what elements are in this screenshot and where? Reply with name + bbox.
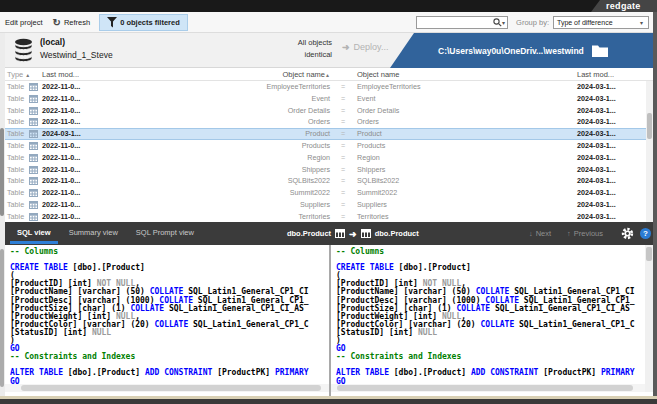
gear-icon[interactable]: [621, 227, 634, 240]
row-type-label: Table: [7, 116, 24, 128]
identical-icon: =: [332, 128, 354, 140]
table-row[interactable]: Table2022-11-0...Territories=Territories…: [5, 211, 653, 223]
help-icon[interactable]: ?: [640, 228, 651, 239]
search-icon: [493, 18, 502, 27]
source-server: (local): [40, 37, 65, 47]
identical-icon: =: [332, 164, 354, 176]
column-header-object-left[interactable]: Object name▲: [105, 68, 330, 82]
sql-left-horizontal-scrollbar-thumb[interactable]: [21, 385, 321, 391]
tab-sql-view[interactable]: SQL view: [8, 222, 60, 245]
main-toolbar: Edit project ↻ Refresh 0 objects filtere…: [0, 12, 657, 33]
row-lastmod-right: 2024-03-1...: [577, 164, 616, 176]
grid-vertical-scrollbar[interactable]: [646, 81, 653, 222]
datasource-header: (local) Westwind_1_Steve All objects ide…: [0, 33, 657, 68]
row-object-right: Suppliers: [357, 199, 387, 211]
row-object-left: Products: [105, 140, 330, 152]
row-object-left: Shippers: [105, 164, 330, 176]
row-object-left: Orders: [105, 116, 330, 128]
column-header-lastmod-left[interactable]: Last mod...: [42, 68, 79, 81]
source-database: Westwind_1_Steve: [40, 50, 113, 60]
refresh-button[interactable]: ↻ Refresh: [48, 12, 96, 32]
table-icon: [29, 154, 38, 162]
identical-icon: =: [332, 187, 354, 199]
row-lastmod-right: 2024-03-1...: [577, 211, 616, 223]
identical-icon: =: [332, 152, 354, 164]
identical-icon: =: [332, 116, 354, 128]
table-icon: [29, 95, 38, 103]
table-row[interactable]: Table2022-11-0...EmployeeTerritories=Emp…: [5, 81, 653, 93]
sql-right-horizontal-scrollbar-thumb[interactable]: [337, 385, 633, 391]
sql-right-horizontal-scrollbar[interactable]: [331, 384, 645, 392]
edit-project-button[interactable]: Edit project: [0, 12, 48, 32]
sql-code-right: -- Columns CREATE TABLE [dbo].[Product](…: [331, 245, 645, 384]
search-box[interactable]: ▾: [416, 16, 508, 29]
sql-line: ): [336, 337, 645, 345]
refresh-icon: ↻: [53, 17, 61, 28]
table-icon: [29, 213, 38, 221]
table-row[interactable]: Table2022-11-0...Summit2022=Summit202220…: [5, 187, 653, 199]
row-object-right: SQLBits2022: [357, 175, 399, 187]
row-type-label: Table: [7, 164, 24, 176]
comparison-status-line2: identical: [200, 50, 332, 59]
row-lastmod-left: 2022-11-0...: [42, 152, 80, 164]
table-row[interactable]: Table2022-11-0...Order Details=Order Det…: [5, 105, 653, 117]
search-input[interactable]: [417, 19, 493, 26]
table-row[interactable]: Table2022-11-0...SQLBits2022=SQLBits2022…: [5, 175, 653, 187]
row-object-right: Region: [357, 152, 380, 164]
row-lastmod-right: 2024-03-1...: [577, 116, 616, 128]
table-row[interactable]: Table2022-11-0...Region=Region2024-03-1.…: [5, 152, 653, 164]
row-type-label: Table: [7, 105, 24, 117]
row-object-left: Territories: [105, 211, 330, 223]
grid-header-row: Type ▲ Last mod... Object name▲ Object n…: [5, 68, 653, 81]
row-type-label: Table: [7, 93, 24, 105]
row-lastmod-left: 2022-11-0...: [42, 164, 80, 176]
left-object-label: dbo.Product: [287, 229, 331, 238]
sql-line: -- Constraints and Indexes: [336, 353, 645, 361]
row-lastmod-left: 2022-11-0...: [42, 105, 80, 117]
table-icon: [29, 107, 38, 115]
row-object-left: EmployeeTerritories: [105, 81, 330, 93]
deploy-arrow-icon: ➜: [342, 42, 350, 52]
row-lastmod-left: 2022-11-0...: [42, 93, 80, 105]
row-object-right: Shippers: [357, 164, 385, 176]
row-lastmod-right: 2024-03-1...: [577, 187, 616, 199]
group-by-dropdown[interactable]: Type of difference ▾: [553, 16, 649, 29]
column-header-object-right[interactable]: Object name: [357, 68, 400, 81]
folder-icon[interactable]: [592, 44, 608, 57]
sql-right-vertical-scrollbar[interactable]: [645, 245, 653, 392]
table-row[interactable]: Table2024-03-1...Product=Product2024-03-…: [5, 128, 653, 140]
sql-left-horizontal-scrollbar[interactable]: [5, 384, 329, 392]
table-row[interactable]: Table2022-11-0...Suppliers=Suppliers2024…: [5, 199, 653, 211]
search-caret-icon[interactable]: ▾: [502, 19, 507, 26]
row-type-label: Table: [7, 152, 24, 164]
target-path-banner[interactable]: C:\Users\way0u\OneDriv...\westwind: [390, 33, 657, 68]
tab-sql-prompt-view[interactable]: SQL Prompt view: [127, 222, 203, 245]
table-row[interactable]: Table2022-11-0...Shippers=Shippers2024-0…: [5, 164, 653, 176]
tab-summary-view[interactable]: Summary view: [60, 222, 127, 245]
identical-icon: =: [332, 175, 354, 187]
row-object-left: Product: [105, 128, 330, 140]
grid-vertical-scrollbar-thumb[interactable]: [647, 113, 652, 139]
table-icon: [361, 229, 371, 238]
sql-left-vertical-scrollbar-thumb[interactable]: [0, 249, 4, 387]
row-object-right: Order Details: [357, 105, 399, 117]
column-header-lastmod-right[interactable]: Last mod...: [577, 68, 614, 81]
row-type-label: Table: [7, 175, 24, 187]
column-header-type[interactable]: Type ▲: [7, 68, 30, 82]
table-row[interactable]: Table2022-11-0...Products=Products2024-0…: [5, 140, 653, 152]
grid-left-scrollbar-thumb[interactable]: [0, 128, 4, 216]
next-difference-button[interactable]: ↓ Next: [529, 229, 551, 238]
sql-right-vertical-scrollbar-thumb[interactable]: [646, 247, 652, 261]
row-type-label: Table: [7, 128, 24, 140]
row-object-left: Suppliers: [105, 199, 330, 211]
table-icon: [29, 83, 38, 91]
filter-button[interactable]: 0 objects filtered: [99, 14, 188, 31]
row-object-right: Summit2022: [357, 187, 397, 199]
row-lastmod-right: 2024-03-1...: [577, 140, 616, 152]
table-row[interactable]: Table2022-11-0...Orders=Orders2024-03-1.…: [5, 116, 653, 128]
previous-difference-button[interactable]: ↑ Previous: [567, 229, 603, 238]
identical-icon: =: [332, 93, 354, 105]
object-grid: Type ▲ Last mod... Object name▲ Object n…: [5, 68, 653, 222]
deploy-button[interactable]: ➜ Deploy...: [342, 42, 388, 52]
table-row[interactable]: Table2022-11-0...Event=Event2024-03-1...: [5, 93, 653, 105]
